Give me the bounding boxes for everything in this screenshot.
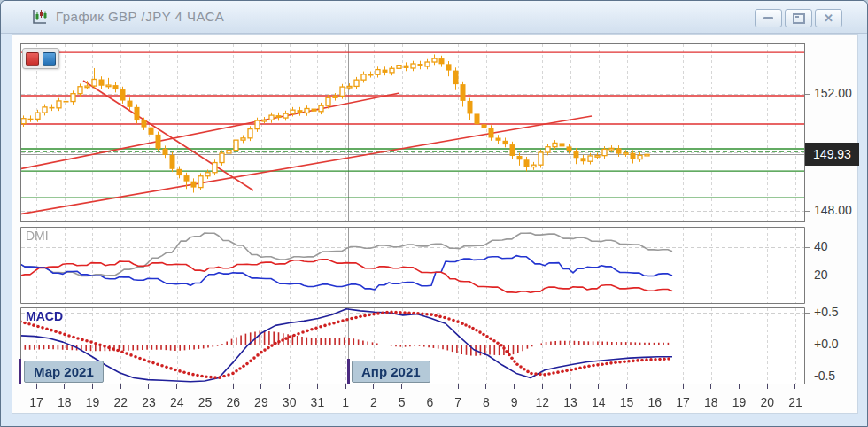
month-divider-apr	[347, 359, 350, 384]
x-axis-tick	[794, 384, 795, 389]
dmi-axis-label: 40	[814, 239, 828, 253]
close-icon: ✕	[824, 12, 833, 24]
x-axis-tick	[739, 384, 740, 389]
x-axis-label: 31	[306, 395, 329, 409]
x-axis-label: 23	[137, 395, 160, 409]
x-axis-label: 19	[728, 395, 751, 409]
x-axis-tick	[317, 384, 318, 389]
macd-panel-label: MACD	[26, 309, 63, 323]
x-axis-tick	[598, 384, 599, 389]
x-axis-label: 29	[250, 395, 273, 409]
x-axis-tick	[345, 384, 346, 389]
dmi-panel[interactable]	[20, 227, 805, 304]
dmi-axis-tick	[805, 276, 810, 276]
chart-icon	[31, 8, 49, 26]
month-label-mar: Мар 2021	[24, 361, 104, 383]
x-axis-tick	[289, 384, 290, 389]
dmi-panel-label: DMI	[26, 229, 49, 243]
x-axis-label: 20	[756, 395, 779, 409]
x-axis-tick	[120, 384, 121, 389]
dmi-axis-tick	[805, 247, 810, 248]
x-axis-label: 12	[531, 395, 554, 409]
price-axis-label: 148.00	[814, 203, 852, 217]
x-axis-label: 16	[643, 395, 666, 409]
x-axis-label: 17	[671, 395, 694, 409]
red-series-button[interactable]	[26, 52, 39, 66]
x-axis-tick	[655, 384, 655, 389]
x-axis-label: 6	[418, 395, 441, 409]
x-axis-tick	[148, 384, 149, 389]
x-axis-label: 5	[391, 395, 414, 409]
chart-window: График GBP /JPY 4 ЧАСА ✕ DMI MACD 149.93…	[0, 0, 868, 427]
macd-axis-label: +0.5	[814, 305, 839, 319]
x-axis-tick	[485, 384, 486, 389]
macd-axis-label: -0.5	[814, 369, 835, 383]
x-axis-label: 22	[109, 395, 132, 409]
x-axis-label: 13	[559, 395, 582, 409]
x-axis-label: 24	[166, 395, 189, 409]
x-axis-tick	[64, 384, 65, 389]
x-axis-label: 15	[616, 395, 639, 409]
x-axis-label: 26	[221, 395, 244, 409]
x-axis-tick	[514, 384, 515, 389]
x-axis-tick	[626, 384, 627, 389]
close-button[interactable]: ✕	[815, 9, 842, 27]
x-axis-tick	[36, 384, 37, 389]
macd-axis-label: +0.0	[814, 337, 839, 351]
x-axis-tick	[683, 384, 684, 389]
price-axis-tick	[805, 94, 810, 95]
x-axis-label: 8	[475, 395, 498, 409]
month-divider-mar	[19, 359, 21, 384]
window-title: График GBP /JPY 4 ЧАСА	[56, 9, 224, 24]
macd-axis-tick	[805, 377, 810, 377]
price-axis-label: 152.00	[814, 86, 852, 100]
maximize-button[interactable]	[785, 9, 812, 27]
x-axis-tick	[570, 384, 571, 389]
x-axis-tick	[542, 384, 543, 389]
minimize-button[interactable]	[755, 9, 782, 27]
dmi-canvas[interactable]	[20, 227, 805, 304]
main-chart-canvas[interactable]	[20, 43, 805, 222]
x-axis-label: 18	[700, 395, 723, 409]
macd-axis-tick	[805, 313, 810, 314]
x-axis-label: 2	[362, 395, 385, 409]
minimize-icon	[763, 17, 773, 19]
x-axis-label: 17	[25, 395, 48, 409]
x-axis-label: 9	[503, 395, 526, 409]
x-axis-tick	[233, 384, 234, 389]
month-label-apr: Апр 2021	[352, 361, 430, 383]
x-axis-tick	[373, 384, 374, 389]
x-axis-tick	[710, 384, 711, 389]
x-axis-tick	[458, 384, 459, 389]
price-axis-tick	[805, 211, 810, 212]
main-chart-panel[interactable]	[20, 43, 805, 222]
x-axis-label: 7	[446, 395, 469, 409]
series-toolbar	[22, 48, 59, 69]
blue-series-button[interactable]	[43, 52, 56, 66]
x-axis-tick	[430, 384, 430, 389]
x-axis-tick	[260, 384, 261, 389]
dmi-axis-label: 20	[814, 268, 828, 282]
x-axis-label: 25	[193, 395, 216, 409]
x-axis-tick	[401, 384, 402, 389]
x-axis-label: 18	[53, 395, 76, 409]
x-axis-label: 30	[278, 395, 301, 409]
maximize-icon	[793, 13, 805, 24]
title-bar[interactable]: График GBP /JPY 4 ЧАСА ✕	[1, 1, 867, 34]
macd-axis-tick	[805, 345, 810, 345]
x-axis-tick	[92, 384, 93, 389]
x-axis-tick	[767, 384, 768, 389]
x-axis-tick	[205, 384, 205, 389]
x-axis-label: 19	[81, 395, 104, 409]
x-axis-label: 14	[587, 395, 610, 409]
x-axis-label: 1	[334, 395, 357, 409]
x-axis-tick	[176, 384, 177, 389]
x-axis-label: 21	[784, 395, 807, 409]
current-price-tag: 149.93	[805, 143, 859, 166]
